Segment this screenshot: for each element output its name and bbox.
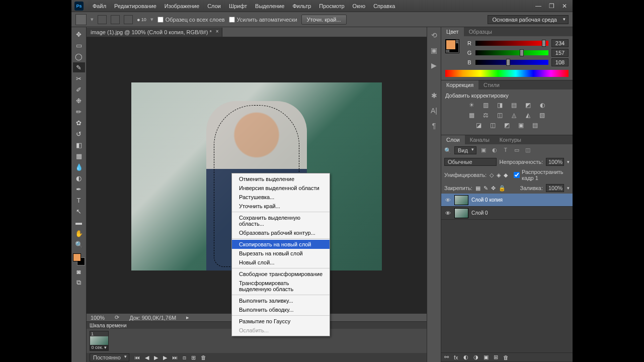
propagate-frame-checkbox[interactable]: Распространить кадр 1 [514,169,570,181]
menu-просмотр[interactable]: Просмотр [315,1,348,11]
current-tool-icon[interactable] [75,14,87,25]
spectrum-bar[interactable] [445,70,569,77]
color-preview[interactable] [445,39,459,53]
tab-styles[interactable]: Стили [478,80,505,89]
filter-shape-icon[interactable]: ▭ [513,147,521,154]
brush-preset-2[interactable] [111,15,120,24]
eyedropper-tool[interactable]: ✐ [73,84,85,95]
link-layers-icon[interactable]: ⚯ [444,354,449,360]
ctx-item[interactable]: Выполнить заливку... [232,296,330,305]
blend-mode-dropdown[interactable]: Обычные [444,158,497,166]
filter-type-icon[interactable]: T [502,147,510,154]
history-panel-icon[interactable]: ⟲ [429,30,439,40]
menu-слои[interactable]: Слои [203,1,225,11]
menu-редактирование[interactable]: Редактирование [110,1,160,11]
delete-layer-icon[interactable]: 🗑 [503,354,509,360]
hand-tool[interactable]: ✋ [73,228,85,238]
zoom-tool[interactable]: 🔍 [73,239,85,249]
layer-mask-icon[interactable]: ◐ [463,354,468,360]
loop-dropdown[interactable]: Постоянно [90,353,129,361]
tab-adjustments[interactable]: Коррекция [441,80,478,89]
ctx-item[interactable]: Образовать рабочий контур... [232,228,330,237]
foreground-background-colors[interactable] [73,253,85,265]
first-frame-button[interactable]: ⏮ [134,354,140,360]
auto-enhance-checkbox[interactable]: Усилить автоматически [229,17,297,23]
play-button[interactable]: ▶ [154,354,158,361]
workspace-dropdown[interactable]: Основная рабочая среда [488,15,569,24]
move-tool[interactable]: ✥ [73,29,85,39]
prev-frame-button[interactable]: ◀ [145,354,149,361]
sample-all-layers-checkbox[interactable]: Образец со всех слоев [157,17,225,23]
quick-selection-tool[interactable]: ✎ [73,62,85,72]
lock-all-icon[interactable]: 🔒 [499,185,506,192]
ctx-item[interactable]: Свободное трансформирование [232,269,330,279]
menu-выделение[interactable]: Выделение [251,1,288,11]
context-menu[interactable]: Отменить выделениеИнверсия выделенной об… [231,173,330,336]
menu-изображение[interactable]: Изображение [160,1,203,11]
opacity-value[interactable]: 100% [546,158,564,166]
ctx-item[interactable]: Сохранить выделенную область... [232,213,330,228]
layer-style-icon[interactable]: fx [454,354,458,360]
adjustment-layer-icon[interactable]: ◑ [473,354,478,360]
layer-thumbnail[interactable] [454,208,468,218]
fill-value[interactable]: 100% [546,184,564,192]
visibility-icon[interactable]: 👁 [444,210,451,216]
next-frame-button[interactable]: ▶ [163,354,167,361]
layer-thumbnail[interactable] [454,195,468,205]
history-brush-tool[interactable]: ↺ [73,129,85,139]
lock-transparent-icon[interactable]: ▦ [475,185,480,192]
pen-tool[interactable]: ✒ [73,184,85,194]
refine-edge-button[interactable]: Уточн. край... [301,15,347,25]
ctx-item[interactable]: Трансформировать выделенную область [232,279,330,294]
play-panel-icon[interactable]: ▶ [429,60,439,70]
b-value[interactable]: 108 [551,58,569,66]
type-tool[interactable]: T [73,195,85,205]
layer-filter-dropdown[interactable]: Вид [454,146,476,154]
ctx-item[interactable]: Размытие по Гауссу [232,317,330,326]
path-selection-tool[interactable]: ↖ [73,206,85,216]
g-slider[interactable] [475,50,548,55]
clone-stamp-tool[interactable]: ✿ [73,118,85,128]
r-slider[interactable] [475,41,548,46]
sync-icon[interactable]: ⟳ [115,314,119,321]
layer-row[interactable]: 👁Слой 0 [441,207,573,220]
menu-окно[interactable]: Окно [349,1,370,11]
paragraph-panel-icon[interactable]: ¶ [429,121,439,131]
visibility-icon[interactable]: 👁 [444,197,451,203]
brush-preset-3[interactable] [124,15,133,24]
dodge-tool[interactable]: ◐ [73,173,85,183]
delete-frame-button[interactable]: 🗑 [201,354,206,360]
ctx-item[interactable]: Вырезать на новый слой [232,249,330,258]
tab-paths[interactable]: Контуры [495,135,526,144]
menu-шрифт[interactable]: Шрифт [225,1,251,11]
tab-color[interactable]: Цвет [441,27,464,36]
lasso-tool[interactable]: ◯ [73,51,85,61]
lock-pixels-icon[interactable]: ✎ [484,185,488,192]
crop-tool[interactable]: ✂ [73,73,85,83]
properties-panel-icon[interactable]: ▣ [429,45,439,55]
g-value[interactable]: 157 [551,49,569,57]
status-arrow-icon[interactable]: ▸ [186,314,189,321]
tab-layers[interactable]: Слои [441,135,465,144]
ctx-item[interactable]: Отменить выделение [232,174,330,184]
menu-фильтр[interactable]: Фильтр [288,1,315,11]
ctx-item[interactable]: Выполнить обводку... [232,305,330,314]
brush-size[interactable]: ●10 [137,17,146,23]
menu-справка[interactable]: Справка [369,1,399,11]
healing-brush-tool[interactable]: ❉ [73,96,85,106]
document-tab[interactable]: image (1).jpg @ 100% (Слой 0 копия, RGB/… [87,28,222,37]
filter-pixel-icon[interactable]: ▣ [479,147,488,154]
foreground-color-swatch[interactable] [73,253,81,261]
tab-swatches[interactable]: Образцы [464,27,497,36]
new-layer-icon[interactable]: ⊞ [494,354,498,360]
zoom-level[interactable]: 100% [91,315,105,321]
last-frame-button[interactable]: ⏭ [172,354,178,360]
eraser-tool[interactable]: ◧ [73,140,85,150]
close-tab-icon[interactable]: × [216,29,219,34]
new-frame-button[interactable]: ⊞ [191,354,196,361]
timeline-frame[interactable]: 1 0 сек. ▾ [90,331,109,351]
brush-preset-1[interactable] [98,15,107,24]
close-button[interactable]: ✕ [559,3,570,10]
r-value[interactable]: 234 [551,39,569,47]
lock-position-icon[interactable]: ✥ [491,185,496,192]
